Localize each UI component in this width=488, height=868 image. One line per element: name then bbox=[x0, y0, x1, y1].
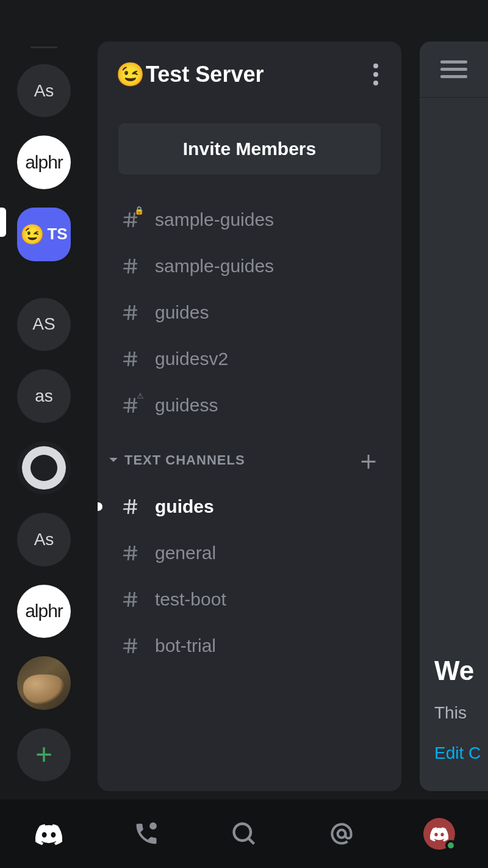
channel-guidesv2[interactable]: guidesv2 bbox=[98, 336, 401, 382]
hash-icon bbox=[120, 496, 142, 518]
hamburger-line-icon bbox=[440, 68, 467, 71]
nav-home[interactable] bbox=[30, 816, 67, 852]
server-avatar-as-1[interactable]: As bbox=[17, 64, 71, 117]
invite-members-button[interactable]: Invite Members bbox=[118, 123, 381, 175]
server-title-text: Test Server bbox=[146, 62, 264, 87]
bottom-nav bbox=[0, 800, 488, 868]
chat-area: We This Edit C bbox=[420, 42, 488, 791]
svg-point-3 bbox=[234, 824, 251, 841]
channel-guides-top[interactable]: guides bbox=[98, 289, 401, 336]
channel-test-boot[interactable]: test-boot bbox=[98, 576, 401, 623]
selected-server-indicator bbox=[0, 208, 6, 237]
chevron-down-icon bbox=[107, 454, 120, 466]
hash-icon bbox=[120, 588, 142, 610]
hash-icon bbox=[120, 635, 142, 657]
profile-avatar bbox=[423, 818, 455, 850]
server-rail: As alphr 😉 TS AS as As alphr + bbox=[0, 0, 88, 800]
server-avatar-test-server[interactable]: 😉 TS bbox=[17, 208, 71, 261]
hash-icon bbox=[120, 302, 142, 324]
channel-label: bot-trial bbox=[155, 635, 216, 656]
plus-icon: + bbox=[35, 740, 52, 769]
discord-icon bbox=[430, 825, 448, 843]
invite-members-label: Invite Members bbox=[183, 139, 316, 159]
warn-badge-icon: ⚠ bbox=[137, 392, 144, 400]
server-avatar-as-2[interactable]: As bbox=[17, 513, 71, 566]
hash-icon bbox=[120, 255, 142, 277]
hamburger-line-icon bbox=[440, 75, 467, 78]
wink-emoji-icon: 😉 bbox=[20, 223, 45, 246]
nav-profile[interactable] bbox=[421, 816, 458, 852]
at-icon bbox=[328, 820, 355, 847]
channel-label: guides bbox=[155, 496, 214, 517]
channel-label: guidesv2 bbox=[155, 349, 228, 369]
menu-button[interactable] bbox=[440, 60, 467, 78]
channel-general[interactable]: general bbox=[98, 530, 401, 576]
welcome-subtext: This bbox=[434, 703, 488, 723]
discord-icon bbox=[35, 820, 62, 847]
channel-sample-guides-locked[interactable]: 🔒 sample-guides bbox=[98, 197, 401, 243]
add-channel-button[interactable]: ＋ bbox=[350, 447, 387, 474]
dot-icon bbox=[373, 63, 378, 68]
lock-badge-icon: 🔒 bbox=[134, 206, 144, 214]
add-server-button[interactable]: + bbox=[17, 728, 71, 781]
channel-label: sample-guides bbox=[155, 256, 274, 277]
server-avatar-ring[interactable] bbox=[17, 441, 71, 494]
panel-header: 😉 Test Server bbox=[98, 55, 401, 109]
server-avatar-photo[interactable] bbox=[17, 656, 71, 709]
channel-label: general bbox=[155, 543, 216, 563]
online-status-badge bbox=[445, 840, 456, 851]
channel-guidess-warn[interactable]: ⚠ guidess bbox=[98, 382, 401, 429]
server-avatar-as-lower[interactable]: as bbox=[17, 369, 71, 422]
server-avatar-label: TS bbox=[47, 225, 67, 244]
server-avatar-label: As bbox=[34, 81, 54, 101]
server-avatar-alphr-1[interactable]: alphr bbox=[17, 136, 71, 189]
chat-welcome-block: We This Edit C bbox=[420, 641, 488, 791]
category-text-channels[interactable]: TEXT CHANNELS ＋ bbox=[98, 429, 401, 483]
server-avatar-label: AS bbox=[32, 314, 55, 334]
channel-panel: 😉 Test Server Invite Members 🔒 sample-gu… bbox=[98, 42, 401, 791]
nav-search[interactable] bbox=[226, 816, 262, 852]
channel-label: guidess bbox=[155, 395, 218, 416]
wink-emoji-icon: 😉 bbox=[116, 61, 145, 88]
dot-icon bbox=[373, 72, 378, 77]
channel-label: sample-guides bbox=[155, 209, 274, 230]
server-title[interactable]: 😉 Test Server bbox=[116, 61, 264, 88]
svg-point-2 bbox=[149, 822, 157, 830]
server-avatar-label: alphr bbox=[25, 152, 63, 173]
chat-header bbox=[420, 42, 488, 98]
nav-friends[interactable] bbox=[128, 816, 165, 852]
channel-bot-trial[interactable]: bot-trial bbox=[98, 623, 401, 669]
friends-icon bbox=[133, 820, 160, 847]
server-avatar-label: As bbox=[34, 530, 54, 549]
hash-icon bbox=[120, 348, 142, 370]
app-root: As alphr 😉 TS AS as As alphr + bbox=[0, 0, 488, 868]
hash-icon: 🔒 bbox=[120, 209, 142, 231]
channel-label: test-boot bbox=[155, 589, 226, 610]
server-avatar-label: as bbox=[35, 386, 53, 406]
server-menu-button[interactable] bbox=[368, 59, 383, 90]
hamburger-line-icon bbox=[440, 60, 467, 63]
hash-icon bbox=[120, 542, 142, 564]
channel-label: guides bbox=[155, 302, 209, 323]
nav-mentions[interactable] bbox=[323, 816, 360, 852]
server-avatar-label: alphr bbox=[25, 601, 63, 621]
channel-sample-guides[interactable]: sample-guides bbox=[98, 243, 401, 289]
rail-divider bbox=[30, 46, 57, 48]
dot-icon bbox=[373, 81, 378, 85]
server-avatar-alphr-2[interactable]: alphr bbox=[17, 585, 71, 638]
category-label: TEXT CHANNELS bbox=[124, 452, 245, 468]
search-icon bbox=[231, 820, 257, 847]
svg-line-4 bbox=[248, 838, 254, 844]
edit-channel-link[interactable]: Edit C bbox=[434, 743, 488, 763]
channel-guides[interactable]: guides bbox=[98, 483, 401, 530]
welcome-heading: We bbox=[434, 656, 488, 686]
server-avatar-as-caps[interactable]: AS bbox=[17, 298, 71, 351]
hash-icon: ⚠ bbox=[120, 394, 142, 416]
